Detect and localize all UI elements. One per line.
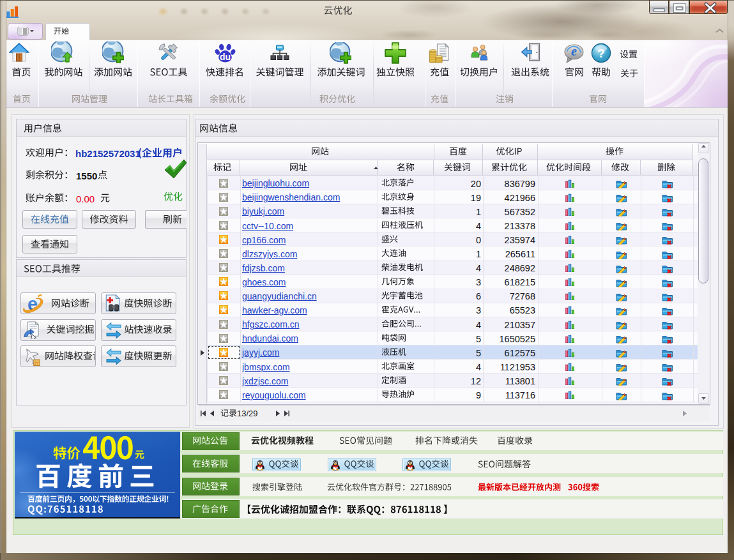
svg-text:?: ?: [597, 47, 605, 60]
svg-text:du: du: [220, 52, 231, 62]
